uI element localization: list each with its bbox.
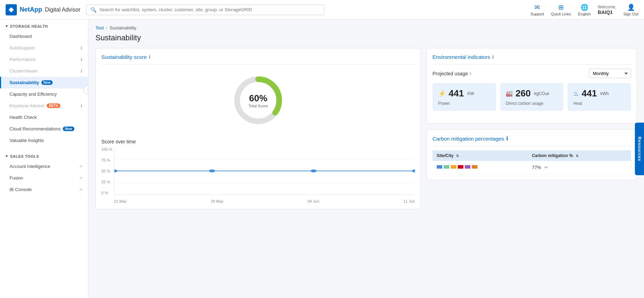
- sidebar-item-autosupport[interactable]: AutoSupport ℹ: [0, 42, 88, 54]
- info-icon: ℹ: [81, 103, 82, 108]
- x-label-3: 04 Jun: [308, 199, 319, 203]
- carbon-info-icon[interactable]: ℹ: [506, 135, 508, 142]
- breadcrumb-parent[interactable]: Test: [95, 25, 104, 31]
- score-info-icon[interactable]: ℹ: [149, 54, 150, 60]
- carbon-table-head: Site/City ⇅ Carbon mitigation % ⇅: [432, 150, 631, 161]
- chart-xaxis: 21 May 28 May 04 Jun 11 Jun: [114, 199, 415, 203]
- carbon-label: Direct carbon usage: [506, 101, 558, 106]
- signout-nav[interactable]: 👤 Sign Out: [623, 4, 638, 16]
- right-column: Environmental indicators ℹ Projected usa…: [427, 48, 637, 180]
- carbon-icon: 🏭: [506, 90, 513, 97]
- storage-health-label: STORAGE HEALTH: [10, 24, 48, 28]
- env-metric-carbon: 🏭 260 kgCO₂e Direct carbon usage: [500, 83, 564, 111]
- chart-plot: [114, 147, 415, 195]
- sidebar-item-label: AutoSupport: [9, 45, 35, 50]
- donut-center: 60% Total Score: [248, 93, 268, 108]
- sidebar-item-healthcheck[interactable]: Health Check: [0, 111, 88, 123]
- sort-icon-site[interactable]: ⇅: [456, 154, 459, 158]
- support-nav[interactable]: ✉ Support: [531, 4, 544, 16]
- site-city-cell: [432, 161, 528, 174]
- svg-point-7: [114, 169, 118, 172]
- heat-label: Heat: [573, 101, 625, 106]
- y-label-75: 75 %: [101, 158, 112, 162]
- score-card-title: Sustainability score ℹ: [101, 54, 415, 60]
- sort-icon-carbon[interactable]: ⇅: [576, 154, 578, 158]
- external-link-icon: ↗: [79, 187, 82, 192]
- power-label: Power: [438, 101, 490, 106]
- sidebar-item-label: IB Console: [9, 187, 32, 192]
- sidebar: ▾ STORAGE HEALTH Dashboard AutoSupport ℹ…: [0, 20, 88, 298]
- col-site: Site/City ⇅: [432, 150, 528, 161]
- sustainability-score-card: Sustainability score ℹ 60%: [95, 48, 421, 209]
- quick-links-label: Quick Links: [551, 12, 571, 16]
- sidebar-item-dashboard[interactable]: Dashboard: [0, 31, 88, 42]
- language-icon: 🌐: [581, 4, 588, 11]
- carbon-pct-value: 77%: [532, 165, 541, 170]
- breadcrumb: Test › Sustainability: [95, 25, 637, 31]
- edit-icon[interactable]: ✏: [544, 165, 548, 170]
- info-icon: ℹ: [81, 57, 82, 62]
- period-select[interactable]: Daily Weekly Monthly Yearly: [589, 69, 631, 78]
- quick-links-nav[interactable]: ⊞ Quick Links: [551, 4, 571, 16]
- logo-subtitle: Digital Advisor: [45, 7, 80, 13]
- sales-tools-header[interactable]: ▾ SALES TOOLS: [0, 150, 88, 161]
- chart-area: 100 % 75 % 50 % 25 % 0 %: [101, 147, 415, 203]
- language-nav[interactable]: 🌐 English: [578, 4, 591, 16]
- carbon-value: 260: [516, 88, 531, 99]
- sidebar-item-label: Sustainability: [9, 80, 39, 85]
- nav-actions: ✉ Support ⊞ Quick Links 🌐 English Welcom…: [531, 4, 638, 16]
- storage-health-header[interactable]: ▾ STORAGE HEALTH: [0, 20, 88, 31]
- new-badge: New: [63, 127, 74, 131]
- y-label-100: 100 %: [101, 147, 112, 151]
- sidebar-item-label: ClusterViewer: [9, 68, 38, 74]
- support-icon: ✉: [535, 4, 540, 11]
- logo-area: NetApp Digital Advisor: [6, 4, 80, 15]
- sidebar-item-fusion[interactable]: Fusion ↗: [0, 172, 88, 184]
- sidebar-item-label: Health Check: [9, 115, 37, 120]
- beta-badge: BETA: [47, 103, 60, 108]
- sidebar-item-capacity[interactable]: Capacity and Efficiency: [0, 88, 88, 100]
- sidebar-item-performance[interactable]: Performance ℹ: [0, 54, 88, 65]
- sidebar-item-label: Account Intelligence: [9, 164, 50, 169]
- env-metric-header-power: ⚡ 441 KW: [438, 88, 490, 99]
- new-badge: New: [41, 80, 53, 85]
- x-label-2: 28 May: [211, 199, 223, 203]
- search-input[interactable]: [99, 7, 320, 12]
- sidebar-item-label: Cloud Recommendations: [9, 126, 61, 131]
- logo-text: NetApp: [20, 6, 42, 13]
- sidebar-item-label: Performance: [9, 57, 35, 62]
- heat-unit: kWh: [601, 91, 609, 96]
- x-label-4: 11 Jun: [403, 199, 415, 203]
- env-info-icon[interactable]: ℹ: [492, 54, 494, 60]
- sidebar-item-account-intel[interactable]: Account Intelligence ↗: [0, 161, 88, 172]
- svg-rect-16: [472, 165, 477, 169]
- search-bar[interactable]: 🔍: [86, 5, 324, 15]
- resources-tab-wrap: Resources: [635, 123, 644, 175]
- svg-rect-15: [465, 165, 470, 169]
- carbon-table-body: 77% ✏: [432, 161, 631, 174]
- svg-rect-11: [437, 165, 442, 169]
- power-value: 441: [449, 88, 464, 99]
- svg-rect-13: [451, 165, 456, 169]
- projected-info-icon[interactable]: ℹ: [470, 71, 471, 76]
- resources-tab[interactable]: Resources: [635, 123, 644, 175]
- sidebar-item-label: Keystone Advisor: [9, 103, 45, 108]
- signout-label: Sign Out: [623, 12, 638, 16]
- sidebar-item-cloud[interactable]: Cloud Recommendations New: [0, 123, 88, 135]
- y-label-25: 25 %: [101, 180, 112, 184]
- svg-point-10: [412, 169, 415, 172]
- score-over-time: Score over time 100 % 75 % 50 % 25 % 0 %: [101, 135, 415, 203]
- sidebar-item-sustainability[interactable]: Sustainability New: [0, 77, 88, 88]
- sidebar-item-keystone[interactable]: Keystone Advisor BETA ℹ: [0, 100, 88, 111]
- search-icon: 🔍: [90, 7, 96, 13]
- breadcrumb-separator: ›: [106, 25, 107, 31]
- donut-wrap: 60% Total Score: [230, 72, 286, 128]
- sidebar-item-valuable[interactable]: Valuable Insights: [0, 135, 88, 146]
- env-metric-power: ⚡ 441 KW Power: [432, 83, 496, 111]
- svg-point-8: [209, 169, 215, 172]
- page-title: Sustainability: [95, 33, 637, 42]
- sidebar-item-ib-console[interactable]: IB Console ↗: [0, 184, 88, 195]
- sidebar-item-clusterviewer[interactable]: ClusterViewer ℹ: [0, 65, 88, 77]
- carbon-mitigation-title: Carbon mitigation percentages ℹ: [432, 135, 631, 142]
- signout-icon: 👤: [627, 4, 635, 11]
